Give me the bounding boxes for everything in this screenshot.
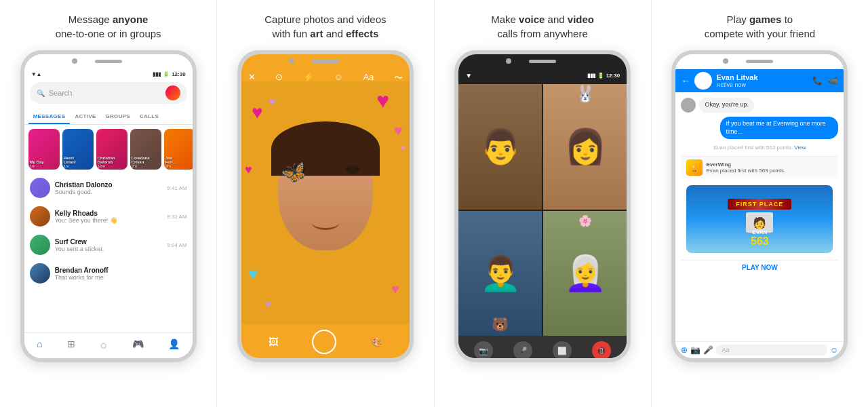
chat-time-0: 9:41 AM xyxy=(167,185,186,191)
nav-home-icon[interactable]: ⌂ xyxy=(37,338,42,353)
chat-avatar-2 xyxy=(30,235,50,255)
nav-people-icon[interactable]: 👤 xyxy=(168,338,180,353)
shutter-button[interactable] xyxy=(312,330,336,354)
game-messages-area: Okay, you're up. If you beat me at Everw… xyxy=(675,92,844,341)
game-chat-header: ← Evan Litvak Active now 📞 📹 xyxy=(675,69,844,92)
play-now-row[interactable]: PLAY NOW xyxy=(681,260,838,275)
chat-item-1[interactable]: Kelly Rhoads You: See you there! 👋 9:32 … xyxy=(24,202,193,231)
camera-effects-palette-icon[interactable]: 🎨 xyxy=(371,336,382,347)
phone-frame-games: ← Evan Litvak Active now 📞 📹 xyxy=(671,50,848,362)
everwing-notif-text: EverWing Evan placed first with 563 poin… xyxy=(706,161,785,174)
video-call-icon[interactable]: 📹 xyxy=(828,76,838,85)
story-2[interactable]: ChristianDalonzo12m xyxy=(96,129,127,170)
user-avatar[interactable] xyxy=(165,85,180,100)
phone-frame-camera: ✕ ⊙ ⚡ ☺ Aa 〜 xyxy=(237,50,414,362)
gallery-icon[interactable]: 🖼 xyxy=(269,336,278,347)
phone-wrapper-games: ← Evan Litvak Active now 📞 📹 xyxy=(671,50,848,407)
mute-btn[interactable]: 🎤 xyxy=(513,341,532,360)
story-1[interactable]: HenriLiriani1m xyxy=(62,129,94,170)
video-cell-person1: 👨 xyxy=(458,84,542,210)
tab-active[interactable]: ACTIVE xyxy=(70,110,100,124)
story-my-day[interactable]: My Day1m xyxy=(28,129,60,170)
chat-info-1: Kelly Rhoads You: See you there! 👋 xyxy=(55,210,163,224)
story-3[interactable]: LoredanaCrisan2m xyxy=(130,129,161,170)
contact-status: Active now xyxy=(716,81,808,88)
feature-title-games: Play games tocompete with your friend xyxy=(698,12,822,41)
phone-wrapper-camera: ✕ ⊙ ⚡ ☺ Aa 〜 xyxy=(237,50,414,407)
story-4[interactable]: JasFun...2m xyxy=(164,129,193,170)
story-label-4: JasFun...2m xyxy=(165,156,193,168)
feature-title-camera: Capture photos and videoswith fun art an… xyxy=(258,12,393,41)
phone-wrapper-video: ▼ ▮▮▮ 🔋 12:30 👨 xyxy=(454,50,631,407)
everwing-notification[interactable]: 🏆 EverWing Evan placed first with 563 po… xyxy=(681,156,838,178)
chat-preview-3: That works for me xyxy=(55,274,182,281)
score-player-name: EVAN xyxy=(753,229,768,235)
bear-filter: 🐻 xyxy=(492,316,509,332)
chat-name-0: Christian Dalonzo xyxy=(55,181,163,189)
heart-deco-8: ♥ xyxy=(265,298,272,311)
back-icon[interactable]: ← xyxy=(681,75,690,86)
story-label-0: My Day1m xyxy=(30,160,58,168)
contact-name: Evan Litvak xyxy=(716,73,808,81)
time-display-1: 12:30 xyxy=(172,71,185,77)
status-bar-3: ▼ ▮▮▮ 🔋 12:30 xyxy=(458,71,627,81)
person4-placeholder: 👩‍🦳 🌸 xyxy=(543,211,627,336)
chat-item-0[interactable]: Christian Dalonzo Sounds good. 9:41 AM xyxy=(24,174,193,202)
tab-groups[interactable]: GROUPS xyxy=(101,110,135,124)
messenger-tabs: MESSAGES ACTIVE GROUPS CALLS xyxy=(24,110,193,125)
lightning-icon[interactable]: ⚡ xyxy=(303,72,314,84)
everwing-icon: 🏆 xyxy=(686,159,703,176)
tab-calls[interactable]: CALLS xyxy=(135,110,163,124)
emoji-icon[interactable]: ☺ xyxy=(334,72,343,84)
chat-time-1: 9:32 AM xyxy=(167,214,186,220)
nav-circle-icon[interactable]: ○ xyxy=(100,338,107,353)
chat-item-2[interactable]: Surf Crew You sent a sticker. 9:04 AM xyxy=(24,231,193,259)
sender-avatar-sm xyxy=(681,98,696,113)
view-link[interactable]: View xyxy=(794,144,806,151)
chat-preview-1: You: See you there! 👋 xyxy=(55,217,163,224)
status-icons-3: ▮▮▮ 🔋 12:30 xyxy=(587,73,620,79)
camera-input-icon[interactable]: 📷 xyxy=(690,345,701,355)
share-screen-btn[interactable]: ⬜ xyxy=(553,341,572,360)
game-banner[interactable]: FIRST PLACE 🧑 EVAN 563 xyxy=(686,185,833,253)
heart-deco-7: ♥ xyxy=(245,163,252,177)
heart-deco-1: ♥ xyxy=(252,102,263,123)
effects-icon[interactable]: 〜 xyxy=(394,72,403,84)
nav-grid-icon[interactable]: ⊞ xyxy=(67,338,75,353)
camera-toggle-btn[interactable]: 📷 xyxy=(474,341,493,360)
chat-preview-2: You sent a sticker. xyxy=(55,246,163,252)
chat-info-2: Surf Crew You sent a sticker. xyxy=(55,238,163,252)
back-arrow-icon[interactable]: ▼ xyxy=(465,72,472,79)
games-screen: ← Evan Litvak Active now 📞 📹 xyxy=(675,54,844,358)
feature-panel-camera: Capture photos and videoswith fun art an… xyxy=(217,0,434,407)
play-now-text: PLAY NOW xyxy=(742,264,778,271)
mic-input-icon[interactable]: 🎤 xyxy=(703,345,713,355)
score-value: 563 xyxy=(751,235,769,248)
received-bubble-1: Okay, you're up. xyxy=(699,98,754,113)
first-place-banner: FIRST PLACE xyxy=(728,199,791,210)
text-aa-icon[interactable]: Aa xyxy=(363,72,374,84)
game-notif-line: Evan placed first with 563 points. View xyxy=(681,143,838,152)
camera-view: 🦋 ♥ ♥ ♥ ♥ ♥ ♥ ♥ xyxy=(241,81,410,324)
chat-info-3: Brendan Aronoff That works for me xyxy=(55,267,182,281)
message-text-field[interactable]: Aa xyxy=(716,345,827,355)
video-call-grid: 👨 👩 🐰 👨‍🦱 xyxy=(458,84,627,336)
tab-messages[interactable]: MESSAGES xyxy=(28,110,71,124)
chat-avatar-0 xyxy=(30,178,50,198)
bottom-nav: ⌂ ⊞ ○ 🎮 👤 xyxy=(24,332,193,358)
chat-item-3[interactable]: Brendan Aronoff That works for me xyxy=(24,259,193,288)
call-action-icons: 📞 📹 xyxy=(812,76,838,85)
emoji-input-icon[interactable]: ☺ xyxy=(830,345,838,355)
msg-sent-1: If you beat me at Everwing one more time… xyxy=(681,117,838,139)
voice-call-icon[interactable]: 📞 xyxy=(812,76,823,85)
camera-controls: 🖼 🎨 xyxy=(241,330,410,354)
close-camera-icon[interactable]: ✕ xyxy=(248,72,256,84)
nav-controller-icon[interactable]: 🎮 xyxy=(132,338,144,353)
end-call-btn[interactable]: 📵 xyxy=(592,341,611,360)
add-attachment-icon[interactable]: ⊕ xyxy=(681,345,688,355)
heart-deco-9: ♥ xyxy=(401,142,406,153)
face-effects-icon[interactable]: ⊙ xyxy=(275,72,283,84)
story-label-1: HenriLiriani1m xyxy=(64,156,92,168)
search-bar[interactable]: 🔍 Search xyxy=(30,82,187,104)
flower-filter: 🌸 xyxy=(578,214,592,227)
